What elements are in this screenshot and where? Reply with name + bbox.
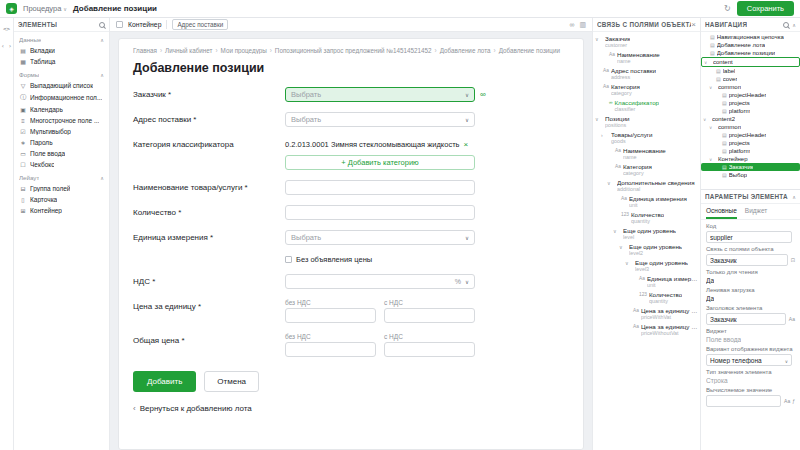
- nav-tree-row[interactable]: projects: [701, 139, 800, 147]
- nav-tree-row[interactable]: common: [701, 83, 800, 91]
- customer-select[interactable]: Выбрать ∨: [285, 87, 475, 102]
- breadcrumb-item[interactable]: Добавление лота: [432, 47, 491, 54]
- tree-chevron-icon[interactable]: [631, 275, 637, 276]
- nav-tree-row[interactable]: platform: [701, 107, 800, 115]
- code-icon[interactable]: <>: [3, 25, 10, 32]
- element-palette-item[interactable]: Формы: [14, 67, 109, 80]
- tree-row[interactable]: Еще один уровень level3: [593, 257, 700, 273]
- element-palette-item[interactable]: Лейаут: [14, 170, 109, 183]
- param-control[interactable]: Заказчик: [706, 313, 786, 325]
- tree-chevron-icon[interactable]: [631, 291, 637, 292]
- tree-row[interactable]: Категория category: [593, 81, 700, 97]
- cancel-button[interactable]: Отмена: [204, 371, 259, 392]
- param-control[interactable]: supplier: [706, 231, 792, 243]
- element-palette-item[interactable]: Пароль: [14, 137, 109, 148]
- tree-chevron-icon[interactable]: [595, 67, 601, 68]
- breadcrumb-item[interactable]: Добавление позиции: [491, 47, 560, 54]
- app-logo-icon[interactable]: ◈: [6, 3, 17, 14]
- tab-widget[interactable]: Виджет: [745, 207, 767, 219]
- tree-row[interactable]: Заказчик customer: [593, 33, 700, 49]
- nav-tree-row[interactable]: platform: [701, 147, 800, 155]
- tree-row[interactable]: Позиции positions: [593, 113, 700, 129]
- total-price-novat-input[interactable]: [285, 342, 376, 357]
- tab-basic[interactable]: Основные: [706, 207, 737, 219]
- name-input[interactable]: [285, 180, 475, 195]
- nav-tree-row[interactable]: Выбор: [701, 171, 800, 179]
- param-control[interactable]: Да: [706, 277, 792, 284]
- tree-chevron-icon[interactable]: [607, 163, 613, 164]
- remove-category-icon[interactable]: ×: [463, 140, 468, 149]
- collapse-icon[interactable]: ∧: [792, 22, 796, 28]
- param-control[interactable]: Заказчик: [706, 254, 788, 266]
- tree-chevron-icon[interactable]: [613, 211, 619, 212]
- unit-price-vat-input[interactable]: [384, 308, 475, 323]
- add-category-button[interactable]: + Добавить категорию: [285, 155, 475, 170]
- param-control[interactable]: Строка: [706, 377, 792, 384]
- collapse-icon[interactable]: ∧: [792, 194, 796, 200]
- tree-row[interactable]: Товары/услуги goods: [593, 129, 700, 145]
- tree-row[interactable]: Количество quantity: [593, 209, 700, 225]
- nav-tree-row[interactable]: projectHeader: [701, 91, 800, 99]
- element-palette-item[interactable]: Мультивыбор: [14, 126, 109, 137]
- tree-row[interactable]: Единица измерения unit: [593, 273, 700, 289]
- tree-chevron-icon[interactable]: [625, 323, 631, 324]
- breadcrumb-item[interactable]: Личный кабинет: [157, 47, 212, 54]
- collapse-panel-icon[interactable]: ‹ ›: [1, 42, 12, 49]
- element-palette-item[interactable]: Вкладки: [14, 45, 109, 56]
- tree-chevron-icon[interactable]: [625, 259, 631, 266]
- param-trailing-icons[interactable]: ⊡: [791, 257, 795, 263]
- tree-chevron-icon[interactable]: [619, 243, 625, 250]
- element-palette-item[interactable]: Календарь: [14, 104, 109, 115]
- refresh-icon[interactable]: ↻: [724, 4, 731, 13]
- tree-row[interactable]: Дополнительные сведения additional: [593, 177, 700, 193]
- close-icon[interactable]: ×: [691, 20, 696, 29]
- nav-tree-row[interactable]: Контейнер: [701, 155, 800, 163]
- vat-select[interactable]: % ∨: [285, 274, 475, 289]
- param-control[interactable]: Номер телефона: [706, 354, 792, 366]
- nav-tree-row[interactable]: content2: [701, 115, 800, 123]
- tree-chevron-icon[interactable]: [601, 51, 607, 52]
- search-icon[interactable]: [783, 22, 789, 28]
- element-palette-item[interactable]: Чекбокс: [14, 159, 109, 170]
- tree-chevron-icon[interactable]: [709, 85, 714, 90]
- nav-tree-row[interactable]: Добавление позиции: [701, 49, 800, 57]
- tree-chevron-icon[interactable]: [601, 99, 607, 100]
- tree-row[interactable]: Цена за единицу с НДС priceWithVat: [593, 305, 700, 321]
- element-palette-item[interactable]: Таблица: [14, 56, 109, 67]
- nav-tree-row[interactable]: projects: [701, 99, 800, 107]
- tree-chevron-icon[interactable]: [607, 179, 613, 186]
- nav-tree-row[interactable]: common: [701, 123, 800, 131]
- nav-tree-row[interactable]: label: [701, 67, 800, 75]
- element-palette-item[interactable]: Группа полей: [14, 183, 109, 194]
- tree-row[interactable]: Классификатор classifier: [593, 97, 700, 113]
- tree-chevron-icon[interactable]: [601, 131, 607, 138]
- add-button[interactable]: Добавить: [133, 371, 196, 392]
- element-palette-item[interactable]: Выпадающий список: [14, 80, 109, 91]
- tree-chevron-icon[interactable]: [709, 125, 714, 130]
- param-control[interactable]: [706, 395, 781, 407]
- breadcrumb-item[interactable]: Попозиционный запрос предложений №145145…: [267, 47, 432, 54]
- tree-row[interactable]: Наименование name: [593, 49, 700, 65]
- tree-row[interactable]: Категория category: [593, 161, 700, 177]
- nav-tree-row[interactable]: content: [701, 57, 800, 67]
- element-palette-item[interactable]: Поле ввода: [14, 148, 109, 159]
- search-icon[interactable]: [99, 22, 105, 28]
- tree-chevron-icon[interactable]: [709, 157, 714, 162]
- link-icon[interactable]: ∞: [569, 21, 574, 29]
- param-trailing-icons[interactable]: Ааƒ: [784, 398, 795, 404]
- unit-price-novat-input[interactable]: [285, 308, 376, 323]
- panel-toggle-icon[interactable]: ▥: [579, 21, 586, 29]
- tree-row[interactable]: Еще один уровень level: [593, 225, 700, 241]
- tree-row[interactable]: Единица измерения unit: [593, 193, 700, 209]
- tree-chevron-icon[interactable]: [625, 307, 631, 308]
- tree-row[interactable]: Еще один уровень level2: [593, 241, 700, 257]
- tree-chevron-icon[interactable]: [613, 195, 619, 196]
- total-price-vat-input[interactable]: [384, 342, 475, 357]
- breadcrumb-item[interactable]: Главная: [133, 47, 157, 54]
- app-switcher[interactable]: Процедура ∨: [23, 4, 67, 13]
- no-price-checkbox[interactable]: [285, 256, 292, 263]
- param-control[interactable]: Поле ввода: [706, 336, 792, 343]
- nav-tree-row[interactable]: projectHeader: [701, 131, 800, 139]
- param-control[interactable]: Да: [706, 295, 792, 302]
- tree-chevron-icon[interactable]: [595, 115, 601, 122]
